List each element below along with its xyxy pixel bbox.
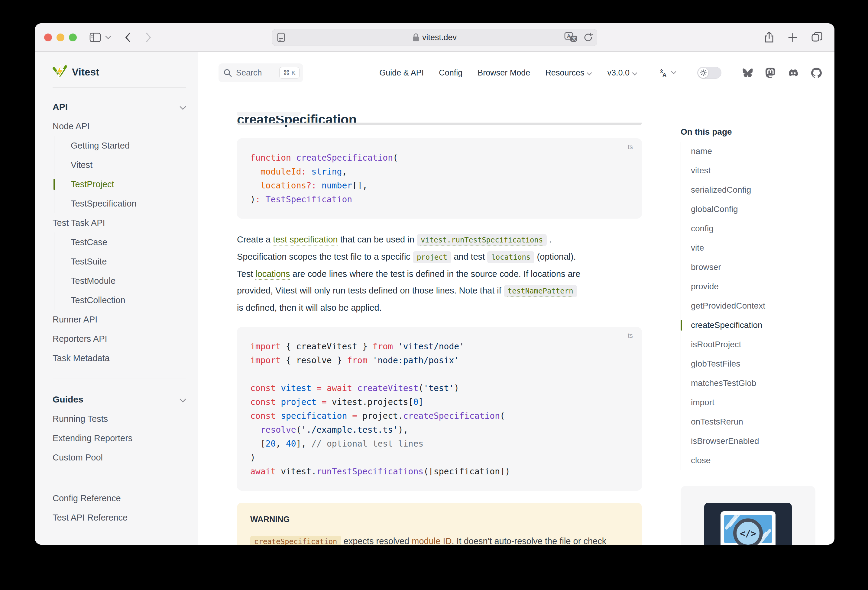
warning-callout: WARNING createSpecification expects reso… [237,503,642,545]
sidebar-test-task-group: TestCase TestSuite TestModule TestCollec… [54,232,186,310]
bluesky-icon[interactable] [742,68,753,78]
close-window-button[interactable] [44,34,52,41]
on-this-page-outline: On this page name vitest serializedConfi… [681,126,826,470]
sidebar-toggle-icon[interactable] [90,32,101,42]
outline-link-globalconfig[interactable]: globalConfig [681,200,826,219]
address-bar[interactable]: vitest.dev A 文 [272,29,597,46]
sidebar-group-api[interactable]: API [53,97,186,116]
outline-list: name vitest serializedConfig globalConfi… [681,141,826,470]
lock-icon [413,33,419,42]
outline-link-import[interactable]: import [681,393,826,412]
sidebar-item-task-metadata[interactable]: Task Metadata [53,349,186,368]
site-logo[interactable]: Vitest [53,63,186,81]
svg-text:文: 文 [572,36,576,41]
svg-text:A: A [663,72,666,78]
theme-toggle[interactable] [697,67,722,79]
outline-link-serializedconfig[interactable]: serializedConfig [681,180,826,200]
outline-link-config[interactable]: config [681,219,826,238]
code-block-example[interactable]: ts import { createVitest } from 'vitest/… [237,327,642,491]
outline-link-createspecification[interactable]: createSpecification [681,316,826,335]
outline-link-browser[interactable]: browser [681,257,826,277]
mastodon-icon[interactable] [765,67,775,78]
header-divider [686,67,687,78]
nav-guide-api[interactable]: Guide & API [379,68,424,78]
language-switcher[interactable]: ẋ A [658,68,676,78]
new-tab-icon[interactable] [788,32,797,42]
sidebar-item-test-api-reference[interactable]: Test API Reference [53,508,186,527]
browser-window: vitest.dev A 文 [35,23,834,545]
sidebar-divider [53,478,186,478]
chevron-down-icon [180,394,186,405]
code-lines: import { createVitest } from 'vitest/nod… [250,340,629,478]
nav-browser-mode[interactable]: Browser Mode [478,68,530,78]
code-block-signature[interactable]: ts function createSpecification( moduleI… [237,138,642,219]
sidebar-item-extending-reporters[interactable]: Extending Reporters [53,428,186,448]
chevron-down-icon [180,102,186,112]
language-icon: ẋ A [658,68,669,78]
sidebar-item-testsuite[interactable]: TestSuite [71,252,186,271]
outline-link-vite[interactable]: vite [681,238,826,257]
outline-link-getprovidedcontext[interactable]: getProvidedContext [681,296,826,316]
outline-link-matchestestglob[interactable]: matchesTestGlob [681,374,826,393]
sidebar-item-config-reference[interactable]: Config Reference [53,488,186,508]
sidebar-item-reporters-api[interactable]: Reporters API [53,329,186,349]
search-input[interactable]: Search ⌘ K [218,63,303,82]
sidebar-item-vitest[interactable]: Vitest [71,155,186,175]
magnifier-icon: </> [733,518,763,545]
code-language-label: ts [628,332,633,340]
sidebar-item-custom-pool[interactable]: Custom Pool [53,448,186,467]
sidebar-item-node-api[interactable]: Node API [53,116,186,136]
translate-icon[interactable]: A 文 [564,32,577,43]
site-header: Search ⌘ K Guide & API Config Browser Mo… [198,51,834,94]
zoom-window-button[interactable] [69,34,77,41]
header-nav: Guide & API Config Browser Mode Resource… [364,67,834,79]
sidebar-item-test-task-api[interactable]: Test Task API [53,213,186,232]
outline-link-vitest[interactable]: vitest [681,161,826,180]
tab-overview-icon[interactable] [812,32,822,43]
chevron-down-icon [587,68,592,78]
code-glyph: </> [740,528,756,539]
github-icon[interactable] [811,68,822,78]
outline-title: On this page [681,126,826,138]
outline-link-close[interactable]: close [681,451,826,470]
back-button[interactable] [125,32,131,42]
sidebar-item-running-tests[interactable]: Running Tests [53,409,186,428]
reload-icon[interactable] [584,32,593,42]
sidebar-item-testspecification[interactable]: TestSpecification [71,194,186,213]
social-links [742,67,822,78]
sidebar-node-api-group: Getting Started Vitest TestProject TestS… [54,136,186,213]
minimize-window-button[interactable] [56,34,64,41]
sponsor-illustration: </> [704,503,792,545]
browser-toolbar: vitest.dev A 文 [35,23,834,51]
outline-link-isbrowserenabled[interactable]: isBrowserEnabled [681,431,826,451]
toolbar-chevron-down-icon[interactable] [105,35,111,39]
nav-resources-menu[interactable]: Resources [545,68,592,78]
nav-config[interactable]: Config [439,68,462,78]
chevron-down-icon [632,68,638,78]
forward-button[interactable] [146,32,151,42]
reader-mode-icon[interactable] [277,32,285,42]
sidebar-item-testcase[interactable]: TestCase [71,232,186,252]
sidebar-item-testcollection[interactable]: TestCollection [71,290,186,310]
sidebar-group-guides[interactable]: Guides [53,390,186,409]
nav-resources-label: Resources [545,68,584,78]
search-shortcut-badge: ⌘ K [279,67,300,78]
previous-codeblock-edge [237,122,642,125]
window-controls [44,34,77,41]
outline-link-isrootproject[interactable]: isRootProject [681,335,826,354]
share-icon[interactable] [764,32,774,43]
sidebar-group-label: Guides [53,394,83,405]
version-switcher[interactable]: v3.0.0 [607,68,638,78]
sidebar-item-testmodule[interactable]: TestModule [71,271,186,290]
sidebar-item-testproject[interactable]: TestProject [71,175,186,194]
sidebar-item-getting-started[interactable]: Getting Started [71,136,186,155]
outline-link-ontestsrerun[interactable]: onTestsRerun [681,412,826,431]
sponsor-card[interactable]: </> [681,486,815,545]
outline-link-provide[interactable]: provide [681,277,826,296]
sidebar-item-runner-api[interactable]: Runner API [53,310,186,329]
article: createSpecification ts function createSp… [237,112,642,545]
header-divider [648,67,648,78]
discord-icon[interactable] [788,68,799,77]
outline-link-name[interactable]: name [681,141,826,161]
outline-link-globtestfiles[interactable]: globTestFiles [681,354,826,374]
